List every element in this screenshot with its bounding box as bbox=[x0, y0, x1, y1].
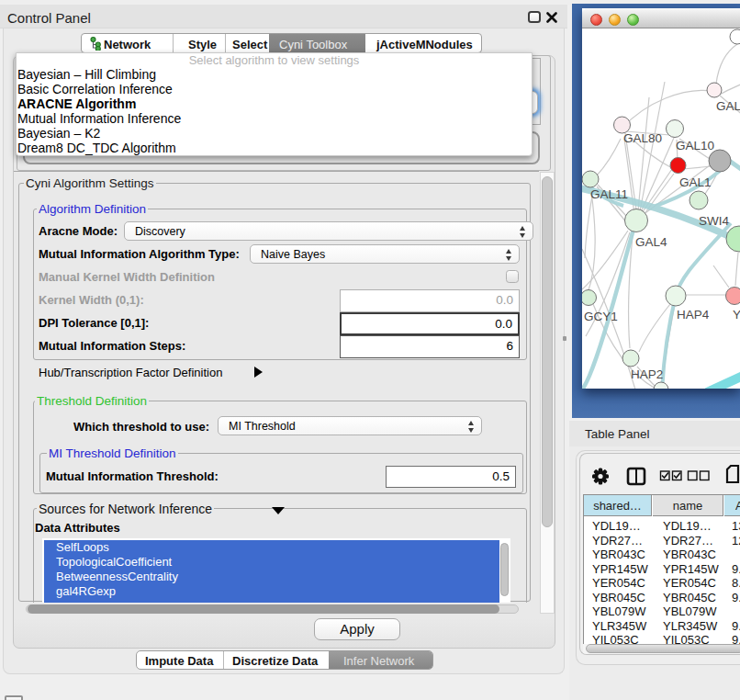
svg-text:GAL: GAL bbox=[716, 99, 740, 113]
svg-text:GAL1: GAL1 bbox=[679, 175, 712, 189]
svg-text:SWI4: SWI4 bbox=[699, 214, 729, 228]
svg-text:GAL80: GAL80 bbox=[623, 131, 662, 145]
svg-text:Y: Y bbox=[733, 308, 740, 322]
svg-text:HAP4: HAP4 bbox=[677, 308, 710, 322]
svg-text:GAL4: GAL4 bbox=[635, 235, 667, 249]
svg-text:HAP2: HAP2 bbox=[631, 367, 663, 381]
svg-text:GAL10: GAL10 bbox=[676, 139, 714, 152]
svg-text:GCY1: GCY1 bbox=[584, 310, 618, 323]
svg-text:GAL11: GAL11 bbox=[590, 187, 628, 201]
